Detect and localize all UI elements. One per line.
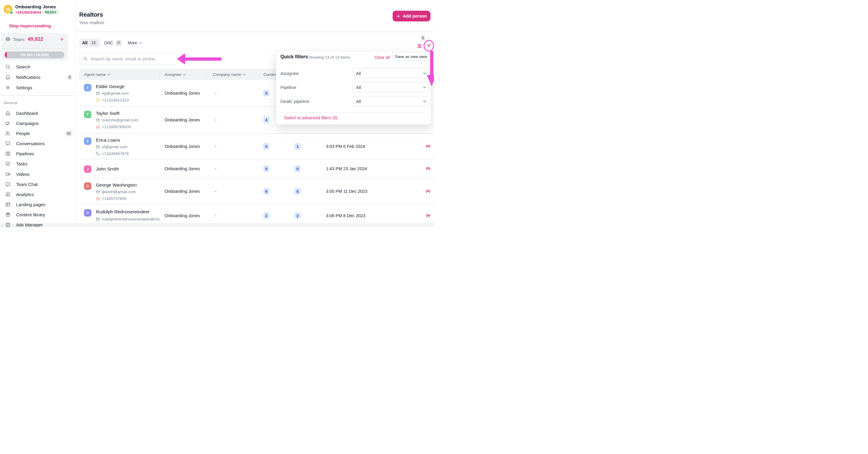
last-activity-date: 3:05 PM 11 Dec 2023 [326,189,367,194]
assignee-filter-select[interactable]: All [352,68,430,78]
tab-dnc[interactable]: DNC 0 [104,38,121,47]
chevron-down-icon [423,99,426,102]
agent-name: Erica Loans [96,137,120,143]
stop-impersonating-link[interactable]: Stop impersonating [9,23,51,28]
sidebar-item-campaigns[interactable]: Campaigns [0,119,75,128]
chevron-down-icon [423,71,426,74]
sidebar-item-tasks[interactable]: Tasks [0,159,75,169]
check-circle-icon [5,161,11,167]
storefront-icon [5,222,11,227]
sidebar-item-badge: 92 [65,131,73,136]
search-box[interactable] [79,52,177,65]
team-card-divider [1,48,68,49]
app-root: O Onboarding Jones +16145024044 READY St… [0,0,434,227]
chat-icon [5,141,11,147]
sidebar-item-settings[interactable]: Settings [0,83,75,93]
library-icon [5,212,11,218]
add-person-label: Add person [403,14,427,19]
agent-phone: +123456789000 [102,125,131,129]
x-circle-icon [96,197,100,201]
profile-link[interactable]: Pr [426,166,434,171]
switch-to-advanced-filters-link[interactable]: Switch to advanced filters (0) [284,116,338,120]
save-as-new-view-button[interactable]: Save as new view [393,52,430,61]
sidebar-item-analytics[interactable]: Analytics [0,190,75,199]
count-badge: 2 [263,213,269,219]
x-circle-icon [96,125,100,129]
sidebar-item-content-library[interactable]: Content library [0,210,75,220]
agent-phone-line: +12314512323 [96,98,129,102]
sidebar-item-ads-manager[interactable]: Ads Manager [0,220,75,227]
user-avatar[interactable]: O [4,5,12,14]
sidebar-item-team-chat[interactable]: Team Chat [0,180,75,189]
sidebar-item-label: Team Chat [16,182,38,187]
column-header-company[interactable]: Company name [213,69,245,80]
column-header-current[interactable]: Current [264,69,277,80]
count-badge: 1 [294,143,301,150]
chevron-down-icon [183,72,186,75]
agent-email: tswizzle@gmail.com [102,118,138,122]
profile-link[interactable]: Pr [426,189,434,194]
sidebar-item-landing-pages[interactable]: Landing pages [0,200,75,209]
tab-all[interactable]: All 13 [79,38,100,47]
database-icon [5,37,11,42]
company-cell: - [215,144,216,149]
header-divider [75,32,434,32]
avatar: E [84,84,91,91]
table-row[interactable]: JJohn SmithOnboarding Jones-001:43 PM 23… [79,159,434,179]
avatar: J [84,165,91,173]
last-activity-date: 1:43 PM 23 Jan 2024 [326,166,367,171]
add-team-member-button[interactable] [60,37,64,42]
sidebar-item-dashboard[interactable]: Dashboard [0,108,75,118]
tab-more[interactable]: More [128,38,142,47]
sidebar-item-label: Notifications [16,75,40,80]
table-row[interactable]: GGeorge Washingtongwash@gmail.com+164573… [79,179,434,204]
count-badge: 0 [263,165,269,172]
agent-phone-line: +13435667878 [96,152,129,156]
agent-phone-line: +1645737655 [96,196,126,201]
chevron-down-icon [107,72,110,75]
progress-fill [5,52,7,58]
profile-link[interactable]: Pr [426,144,434,149]
table-row[interactable]: EErica Loansel@gmail.com+13435667878Onbo… [79,134,434,159]
sidebar-item-people[interactable]: People92 [0,129,75,138]
page-subtitle: Your realtors [79,20,104,25]
pipeline-filter-select[interactable]: All [352,82,430,92]
deals-pipeline-filter-select[interactable]: All [352,96,430,106]
agent-email-line: tswizzle@gmail.com [96,118,138,122]
sidebar-item-search[interactable]: Search [0,62,75,72]
envelope-icon [96,91,100,96]
chevron-down-icon [243,72,246,75]
profile-link[interactable]: Pr [426,213,434,218]
agent-email: eg@gmail.com [102,91,129,96]
column-header-assignee-label: Assignee [165,72,181,77]
envelope-icon [96,145,100,149]
add-person-button[interactable]: Add person [393,11,430,22]
envelope-icon [96,118,100,122]
people-icon [5,131,11,136]
tab-dnc-count: 0 [116,40,121,46]
sidebar-item-notifications[interactable]: Notifications9 [0,73,75,82]
search-input[interactable] [91,56,173,61]
clear-all-link[interactable]: Clear all [374,55,390,60]
user-phone[interactable]: +16145024044 [15,10,41,14]
user-phone-row: +16145024044 READY [15,10,59,14]
assignee-filter-value: All [356,71,424,76]
sidebar-item-label: Content library [16,212,45,217]
chevron-down-icon [139,41,142,44]
sidebar-item-videos[interactable]: Videos [0,170,75,179]
progress-label: 1% (63 / 10,000) [20,53,49,57]
chat-square-icon [5,182,11,187]
sidebar-item-pipelines[interactable]: Pipelines [0,149,75,159]
user-avatar-initial: O [6,7,10,12]
annotation-arrow-down-head [427,75,434,86]
column-header-agent[interactable]: Agent name [84,69,110,80]
sidebar-item-conversations[interactable]: Conversations [0,139,75,149]
columns-toggle-icon[interactable] [417,43,422,48]
panel-divider [280,112,427,113]
sidebar-item-label: Conversations [16,141,45,146]
assignee-cell: Onboarding Jones [165,166,200,171]
chevron-down-icon [423,85,426,88]
agent-email-line: eg@gmail.com [96,91,129,96]
column-header-assignee[interactable]: Assignee [165,69,185,80]
count-badge: 6 [263,188,269,195]
